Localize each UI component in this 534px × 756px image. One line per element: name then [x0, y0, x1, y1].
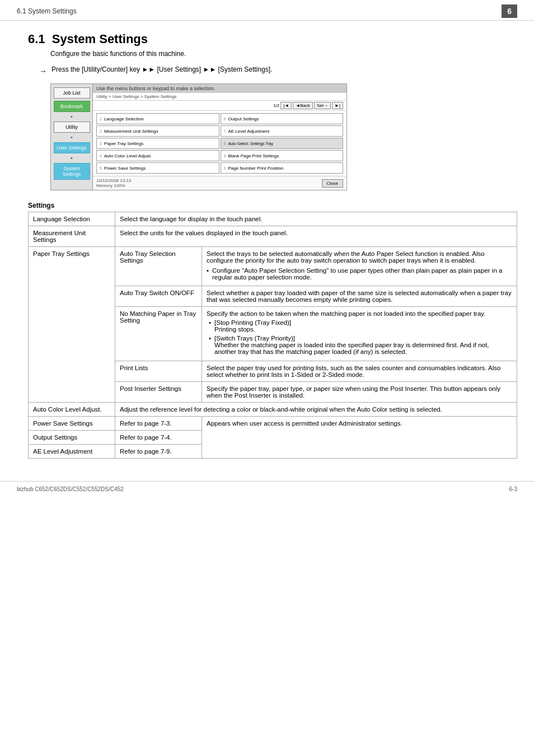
sidebar-user-settings[interactable]: User Settings: [54, 142, 90, 153]
settings-section-label: Settings: [28, 202, 517, 209]
cell-power-save-setting: Power Save Settings: [29, 417, 115, 431]
cell-power-save-ref: Refer to page 7-3.: [115, 417, 202, 431]
sidebar-system-settings[interactable]: System Settings: [54, 163, 90, 180]
cell-print-lists-desc: Select the paper tray used for printing …: [202, 361, 517, 382]
cell-auto-tray-switch-sub: Auto Tray Switch ON/OFF: [115, 286, 202, 307]
bullet-stop-printing: [Stop Printing (Tray Fixed)]Printing sto…: [207, 319, 512, 333]
bullet-1: Configure "Auto Paper Selection Setting"…: [207, 267, 512, 281]
cell-output-setting: Output Settings: [29, 431, 115, 445]
section-description: Configure the basic functions of this ma…: [50, 50, 517, 58]
menu-item-0[interactable]: 0 Page Number Print Position: [221, 162, 344, 174]
toolbar-nav: 1/2 |◄ ◄Back Set→ ►|: [273, 102, 343, 109]
screen-menu-grid: 1 Language Selection 6 Output Settings 2…: [93, 111, 346, 176]
table-row-paper-tray-auto: Paper Tray Settings Auto Tray Selection …: [29, 247, 517, 286]
arrow-icon: →: [39, 67, 47, 76]
memory-text: Memory 100%: [96, 183, 125, 188]
screen-simulation: Job List Bookmark • Utility • User Setti…: [50, 83, 347, 190]
menu-item-2[interactable]: 2 Measurement Unit Settings: [96, 125, 219, 137]
nav-setting-btn[interactable]: Set→: [314, 102, 331, 109]
instruction-text: Press the [Utility/Counter] key ►► [User…: [51, 66, 272, 73]
header-section-label: 6.1 System Settings: [17, 7, 77, 15]
menu-item-3[interactable]: 3 Paper Tray Settings: [96, 138, 219, 149]
chapter-number: 6: [502, 4, 517, 18]
table-row-language: Language Selection Select the language f…: [29, 212, 517, 226]
cell-no-matching-desc: Specify the action to be taken when the …: [202, 307, 517, 361]
back-nav-btn[interactable]: |◄: [280, 102, 292, 109]
page-footer: bizhub C652/C652DS/C552/C552DS/C452 6-3: [0, 481, 534, 497]
screen-datetime: 10/10/2008 13:13 Memory 100%: [96, 178, 131, 188]
sidebar-utility[interactable]: Utility: [54, 122, 90, 133]
screen-main-area: Use the menu buttons or keypad to make a…: [93, 84, 346, 190]
cell-auto-tray-sub: Auto Tray Selection Settings: [115, 247, 202, 286]
section-title-text: System Settings: [52, 32, 148, 46]
bullet-switch-trays: [Switch Trays (Tray Priority)]Whether th…: [207, 335, 512, 355]
menu-item-8[interactable]: 8 Auto Select. Settings Tray: [221, 138, 344, 149]
footer-model: bizhub C652/C652DS/C552/C552DS/C452: [17, 486, 124, 492]
screen-toolbar: 1/2 |◄ ◄Back Set→ ►|: [93, 101, 346, 111]
cell-ae-setting: AE Level Adjustment: [29, 445, 115, 459]
cell-auto-tray-switch-desc: Select whether a paper tray loaded with …: [202, 286, 517, 307]
cell-no-matching-sub: No Matching Paper in Tray Setting: [115, 307, 202, 361]
sidebar-dot-1: •: [71, 114, 73, 120]
menu-item-9[interactable]: 9 Blank Page Print Settings: [221, 150, 344, 161]
screen-close-button[interactable]: Close: [322, 179, 343, 188]
forward-nav-btn[interactable]: ►|: [332, 102, 343, 109]
main-content: 6.1 System Settings Configure the basic …: [0, 21, 534, 470]
table-row-measurement: Measurement Unit Settings Select the uni…: [29, 226, 517, 247]
menu-item-4[interactable]: 4 Auto Color Level Adjust.: [96, 150, 219, 161]
section-number-text: 6.1: [28, 32, 45, 46]
footer-page: 6-3: [509, 486, 517, 492]
cell-paper-tray-setting: Paper Tray Settings: [29, 247, 115, 403]
instruction-row: → Press the [Utility/Counter] key ►► [Us…: [39, 66, 517, 76]
table-row-auto-color: Auto Color Level Adjust. Adjust the refe…: [29, 403, 517, 417]
screen-top-bar: Use the menu buttons or keypad to make a…: [93, 84, 346, 93]
cell-print-lists-sub: Print Lists: [115, 361, 202, 382]
sidebar-dot-3: •: [71, 155, 73, 161]
cell-post-inserter-sub: Post Inserter Settings: [115, 382, 202, 403]
table-row-power-save: Power Save Settings Refer to page 7-3. A…: [29, 417, 517, 431]
cell-ae-ref: Refer to page 7-9.: [115, 445, 202, 459]
back-btn[interactable]: ◄Back: [293, 102, 313, 109]
cell-measurement-desc: Select the units for the values displaye…: [115, 226, 517, 247]
cell-auto-color-setting: Auto Color Level Adjust.: [29, 403, 115, 417]
screen-sidebar: Job List Bookmark • Utility • User Setti…: [51, 84, 93, 190]
screen-footer: 10/10/2008 13:13 Memory 100% Close: [93, 176, 346, 190]
cell-auto-tray-desc: Select the trays to be selected automati…: [202, 247, 517, 286]
page-indicator: 1/2: [273, 103, 279, 108]
cell-auto-color-desc: Adjust the reference level for detecting…: [115, 403, 517, 417]
cell-language-desc: Select the language for display in the t…: [115, 212, 517, 226]
cell-output-ref: Refer to page 7-4.: [115, 431, 202, 445]
cell-measurement-setting: Measurement Unit Settings: [29, 226, 115, 247]
datetime-text: 10/10/2008 13:13: [96, 178, 131, 183]
menu-item-5[interactable]: 5 Power Save Settings: [96, 162, 219, 174]
sidebar-dot-2: •: [71, 134, 73, 141]
section-title: 6.1 System Settings: [28, 32, 517, 46]
menu-item-6[interactable]: 6 Output Settings: [221, 113, 344, 124]
cell-post-inserter-desc: Specify the paper tray, paper type, or p…: [202, 382, 517, 403]
sidebar-job-list[interactable]: Job List: [54, 87, 90, 99]
cell-admin-note: Appears when user access is permitted un…: [202, 417, 517, 459]
sidebar-bookmark[interactable]: Bookmark: [54, 101, 90, 112]
no-matching-bullets: [Stop Printing (Tray Fixed)]Printing sto…: [207, 319, 512, 355]
menu-item-1[interactable]: 1 Language Selection: [96, 113, 219, 124]
auto-tray-bullets: Configure "Auto Paper Selection Setting"…: [207, 267, 512, 281]
screen-breadcrumb: Utility > User Settings > System Setting…: [93, 93, 346, 101]
menu-item-7[interactable]: 7 AE Level Adjustment: [221, 125, 344, 137]
settings-table: Language Selection Select the language f…: [28, 212, 517, 459]
cell-language-setting: Language Selection: [29, 212, 115, 226]
page-header: 6.1 System Settings 6: [0, 0, 534, 21]
